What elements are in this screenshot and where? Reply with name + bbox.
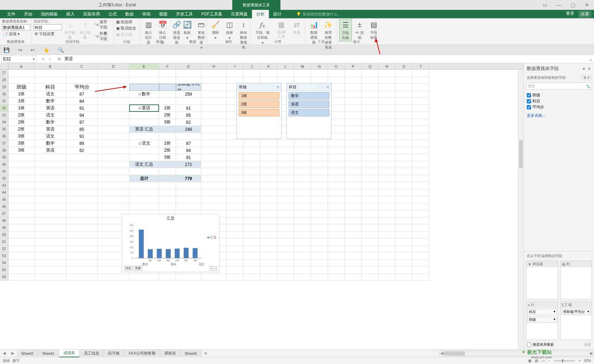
col-header-B[interactable]: B [34, 63, 66, 69]
cell[interactable] [244, 140, 260, 147]
multi-select-icon[interactable]: ⋮⋮ [317, 85, 324, 89]
cell[interactable] [362, 147, 379, 154]
cell[interactable] [98, 119, 129, 126]
cell[interactable] [277, 238, 294, 245]
expand-formula-bar-icon[interactable]: ⌄ [587, 56, 594, 62]
cell[interactable] [34, 210, 66, 217]
login-link[interactable]: 登录 [566, 11, 574, 18]
cell[interactable] [328, 274, 345, 281]
cell[interactable] [311, 154, 328, 161]
cell[interactable]: ⊟ 语文 [129, 140, 159, 147]
cell[interactable] [328, 267, 345, 274]
cell[interactable] [159, 189, 176, 196]
field-checkbox[interactable] [527, 99, 531, 103]
cell[interactable] [277, 154, 294, 161]
cell[interactable] [379, 126, 396, 133]
cell[interactable] [311, 274, 328, 281]
cell[interactable] [201, 98, 227, 105]
cell[interactable]: 2班 [159, 112, 176, 119]
cell[interactable] [8, 203, 34, 210]
page-layout-view-icon[interactable]: ▤ [535, 359, 538, 363]
tell-me-search[interactable]: 💡 告诉我您想要做什么... [296, 12, 341, 17]
cell[interactable]: 1班 [8, 91, 34, 98]
cell[interactable] [311, 140, 328, 147]
sheet-tab-员工信息[interactable]: 员工信息 [80, 350, 104, 357]
cell[interactable]: 85 [66, 126, 98, 133]
cell[interactable] [244, 168, 260, 175]
cell[interactable] [379, 189, 396, 196]
cell[interactable] [227, 274, 244, 281]
slicer-item[interactable]: 1班 [239, 92, 279, 100]
cell[interactable] [311, 70, 328, 77]
cell[interactable] [362, 238, 379, 245]
cell[interactable] [396, 203, 412, 210]
sheet-tab-Sheet2[interactable]: Sheet2 [17, 350, 38, 357]
cell[interactable] [227, 210, 244, 217]
cell[interactable] [362, 161, 379, 168]
cell[interactable] [98, 168, 129, 175]
cell[interactable] [244, 161, 260, 168]
cell[interactable] [412, 217, 429, 224]
cell[interactable] [8, 154, 34, 161]
cell[interactable] [311, 217, 328, 224]
cell[interactable]: 87 [66, 119, 98, 126]
cell[interactable] [311, 260, 328, 267]
cell[interactable] [396, 182, 412, 189]
cell[interactable]: 3班 [8, 140, 34, 147]
cell[interactable] [294, 154, 311, 161]
cell[interactable] [66, 267, 98, 274]
cell[interactable] [98, 133, 129, 140]
cell[interactable] [412, 274, 429, 281]
cell[interactable] [34, 196, 66, 203]
cell[interactable] [328, 168, 345, 175]
select-button[interactable]: ◫选择▾ [223, 19, 236, 40]
row-header-40[interactable]: 40 [0, 161, 8, 168]
cell[interactable] [311, 238, 328, 245]
cell[interactable] [412, 182, 429, 189]
cell[interactable] [412, 126, 429, 133]
slicer-item[interactable]: 数学 [289, 92, 329, 100]
cell[interactable] [345, 154, 362, 161]
cell[interactable] [294, 70, 311, 77]
cell[interactable] [345, 196, 362, 203]
row-header-48[interactable]: 48 [0, 217, 8, 224]
cell[interactable] [159, 196, 176, 203]
row-header-34[interactable]: 34 [0, 119, 8, 126]
ribbon-tab-页面布局[interactable]: 页面布局 [79, 10, 104, 18]
expand-field-button[interactable]: ⁺≡ 展开字段 [94, 19, 111, 30]
slicer-class[interactable]: 班级⋮⋮⟲ 1班 2班 3班 [236, 83, 282, 139]
cell[interactable] [294, 210, 311, 217]
cell[interactable] [34, 203, 66, 210]
cell[interactable] [396, 119, 412, 126]
cell[interactable]: 语文 汇总 [129, 161, 159, 168]
slicer-item[interactable]: 3班 [239, 109, 279, 116]
recommended-pivot-button[interactable]: ✨推荐的数据透视表 [322, 19, 335, 51]
cell[interactable] [227, 231, 244, 238]
cell[interactable] [66, 196, 98, 203]
cell[interactable] [328, 210, 345, 217]
ribbon-options-icon[interactable]: ▭ [538, 0, 552, 10]
row-header-44[interactable]: 44 [0, 189, 8, 196]
ribbon-tab-数据[interactable]: 数据 [121, 10, 138, 18]
cell[interactable] [345, 70, 362, 77]
cell[interactable] [396, 154, 412, 161]
cell[interactable] [294, 253, 311, 260]
cell[interactable] [8, 168, 34, 175]
cell[interactable] [260, 168, 277, 175]
cell[interactable] [277, 182, 294, 189]
cell[interactable] [362, 196, 379, 203]
cell[interactable] [66, 161, 98, 168]
cell[interactable] [129, 196, 159, 203]
cell[interactable]: 数学 [34, 140, 66, 147]
cell[interactable] [311, 224, 328, 231]
cell[interactable] [396, 260, 412, 267]
row-header-45[interactable]: 45 [0, 196, 8, 203]
name-box[interactable]: E32▾ [1, 56, 37, 63]
clear-filter-icon[interactable]: ⟲ [276, 85, 279, 89]
row-header-43[interactable]: 43 [0, 182, 8, 189]
cell[interactable] [201, 274, 227, 281]
cell[interactable] [34, 182, 66, 189]
cell[interactable] [379, 182, 396, 189]
ribbon-tab-分析[interactable]: 分析 [252, 10, 269, 18]
cell[interactable] [34, 267, 66, 274]
